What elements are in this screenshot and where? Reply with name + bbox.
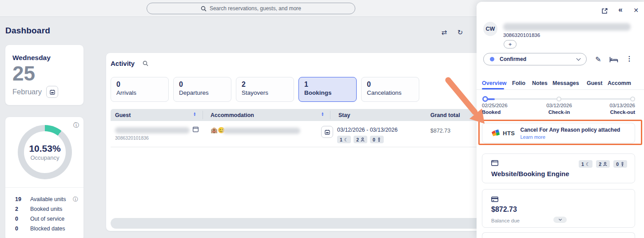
info-icon[interactable]: ⓘ [73,196,78,203]
tab-overview[interactable]: Overview [482,80,507,86]
open-new-window-icon[interactable] [600,6,609,15]
refresh-icon[interactable]: ↻ [455,27,465,38]
bed-icon[interactable] [609,56,619,63]
tab-label: Cancelations [367,89,413,96]
tab-count: 0 [179,81,226,89]
children-badge: 0 [613,160,627,168]
tab-accommodation[interactable]: Accomm [608,80,631,86]
calendar-picker-button[interactable] [46,86,58,98]
kebab-menu-icon[interactable]: ⋮ [626,54,633,63]
tab-label: Arrivals [116,89,163,96]
child-icon [620,162,624,166]
col-header-stay[interactable]: Stay [338,112,350,118]
column-divider [330,111,330,119]
sort-icon[interactable]: ▲▼ [321,112,324,117]
edit-pencil-icon[interactable]: ✎ [594,55,603,64]
tab-messages[interactable]: Messages [553,80,579,86]
activity-tab-bookings[interactable]: 1 Bookings [298,77,357,102]
activity-tab-arrivals[interactable]: 0 Arrivals [111,77,169,102]
stat-label: Out of service [30,216,78,222]
tab-count: 1 [304,81,351,89]
swap-icon[interactable]: ⇄ [439,27,449,38]
stat-value: 2 [15,206,30,212]
global-search[interactable]: Search reservations, guests, and more [147,3,355,14]
adults-badge: 2 [596,160,610,168]
row-confirmation-number: 3086320101836 [115,135,149,141]
window-icon[interactable] [193,127,199,132]
hts-logo-icon: HTS [491,129,515,137]
occupancy-divider [5,187,83,188]
stat-label: Booked units [30,206,78,212]
expand-balance-button[interactable] [553,217,567,223]
moon-icon: ☾ [344,137,348,142]
stay-calendar-button[interactable] [321,126,333,138]
tab-guest[interactable]: Guest [587,80,602,86]
stat-row: 0 Blocked dates [5,224,83,234]
calendar-icon [50,89,55,95]
hts-brand-text: HTS [503,130,515,137]
balance-label: Balance due [491,218,520,223]
stat-row: 2 Booked units [5,204,83,214]
info-icon[interactable]: ⓘ [73,121,79,129]
stat-value: 0 [15,216,30,222]
col-header-guest[interactable]: Guest [115,112,131,118]
nights-badge: 1☾ [337,136,351,143]
guest-name-redacted [115,127,190,133]
search-icon [201,6,207,12]
column-divider [203,111,203,119]
collapse-icon[interactable]: « [616,5,625,14]
occupancy-label: Occupancy [30,154,59,161]
booking-source-title: Website/Booking Engine [491,170,569,177]
panel-confirmation-number: 3086320101836 [503,32,540,38]
col-header-accommodation[interactable]: Accommodation [211,112,254,118]
stat-value: 19 [15,196,30,202]
accommodation-name-redacted [223,128,300,134]
sort-icon[interactable]: ▲▼ [193,112,196,117]
stat-label: Available units [30,196,73,202]
plus-icon: + [509,41,512,47]
stay-dates: 03/12/2026 - 03/13/2026 [337,127,398,133]
child-icon [377,137,381,142]
tab-label: Departures [179,89,226,96]
chevron-down-icon [558,218,561,221]
moon-icon: ☾ [586,161,590,167]
status-dropdown[interactable]: Confirmed [483,53,587,65]
col-header-grand-total[interactable]: Grand total [430,112,460,118]
timeline-booked: 02/25/2026 Booked [482,103,508,115]
status-label: Confirmed [500,56,526,62]
browser-icon [491,160,498,166]
policy-learn-more-link[interactable]: Learn more [521,134,620,140]
adults-badge: 2 [354,136,367,143]
tab-count: 2 [242,81,288,89]
row-grand-total: $872.73 [430,128,450,134]
status-dot [490,57,494,61]
guest-avatar: CW [483,22,497,36]
occupancy-card: ⓘ 10.53% Occupancy 19 Available units ⓘ … [5,117,84,238]
activity-tab-departures[interactable]: 0 Departures [173,77,231,102]
reservation-panel: « ✕ CW 3086320101836 + Confirmed ✎ ⋮ Ove… [477,2,644,238]
timeline-label: Check-out [590,109,635,115]
nights-badge: 1☾ [579,160,592,168]
date-day: 25 [12,63,76,84]
tab-count: 0 [116,81,163,89]
stat-label: Blocked dates [30,226,78,232]
timeline-date: 02/25/2026 [482,103,508,108]
person-icon [603,162,607,166]
reservation-title-redacted [503,23,631,31]
activity-tab-stayovers[interactable]: 2 Stayovers [236,77,294,102]
timeline-node-booked [482,96,488,102]
search-icon[interactable] [143,61,148,66]
children-badge: 0 [370,136,384,143]
add-tag-button[interactable]: + [504,40,517,48]
activity-tab-cancelations[interactable]: 0 Cancelations [361,77,419,102]
tab-label: Stayovers [242,89,288,96]
date-weekday: Wednesday [12,54,76,62]
close-icon[interactable]: ✕ [632,6,640,15]
timeline-date: 03/13/2026 [609,103,635,108]
timeline-checkout: 03/13/2026 Check-out [590,103,635,115]
policy-card: HTS Cancel For Any Reason policy attache… [482,123,635,143]
tab-notes[interactable]: Notes [532,80,548,86]
tab-folio[interactable]: Folio [512,80,525,86]
timeline-label: Booked [482,109,508,115]
booking-source-card[interactable]: 1☾ 2 0 Website/Booking Engine [482,153,635,183]
